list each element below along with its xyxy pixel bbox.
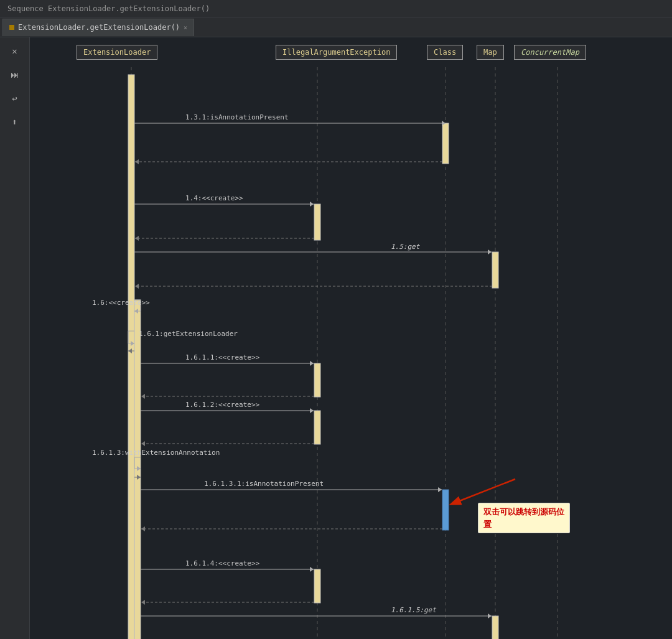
tab-bar: ExtensionLoader.getExtensionLoader() ×	[0, 17, 672, 37]
svg-marker-29	[135, 284, 139, 289]
lifeline-label: ExtensionLoader	[83, 48, 151, 57]
undo-icon[interactable]: ↩	[6, 90, 24, 107]
lifeline-label: Class	[434, 48, 456, 57]
svg-rect-8	[492, 252, 498, 288]
sequence-diagram-svg: 1.3.1:isAnnotationPresent 1.4:<<create>>…	[30, 37, 672, 639]
svg-text:1.6:<<create>>: 1.6:<<create>>	[92, 299, 150, 307]
svg-marker-60	[438, 487, 442, 492]
svg-marker-41	[128, 348, 132, 353]
svg-rect-6	[442, 123, 449, 164]
svg-rect-7	[314, 204, 320, 240]
lifeline-label: IllegalArgumentException	[282, 48, 390, 57]
svg-marker-43	[310, 361, 314, 366]
svg-marker-65	[310, 567, 314, 572]
step-over-icon[interactable]: ⏭	[6, 66, 24, 83]
svg-marker-24	[135, 236, 139, 241]
diagram-area: 1.3.1:isAnnotationPresent 1.4:<<create>>…	[30, 37, 672, 639]
lifeline-header-extension-loader[interactable]: ExtensionLoader	[77, 45, 157, 60]
annotation-box: 双击可以跳转到源码位置	[478, 503, 570, 533]
svg-marker-51	[141, 441, 145, 446]
svg-text:1.6.1:getExtensionLoader: 1.6.1:getExtensionLoader	[139, 330, 238, 338]
diagram-canvas: 1.3.1:isAnnotationPresent 1.4:<<create>>…	[30, 37, 672, 639]
title-bar: Sequence ExtensionLoader.getExtensionLoa…	[0, 0, 672, 17]
svg-text:1.5:get: 1.5:get	[391, 243, 421, 251]
svg-text:1.6.1.3.1:isAnnotationPresent: 1.6.1.3.1:isAnnotationPresent	[204, 480, 324, 488]
tab[interactable]: ExtensionLoader.getExtensionLoader() ×	[2, 19, 194, 36]
lifeline-header-illegal-arg[interactable]: IllegalArgumentException	[276, 45, 397, 60]
tab-close-button[interactable]: ×	[184, 24, 187, 31]
svg-marker-16	[442, 121, 446, 126]
lifeline-header-map[interactable]: Map	[477, 45, 504, 60]
svg-marker-48	[310, 408, 314, 413]
svg-rect-12	[442, 490, 449, 530]
export-icon[interactable]: ⬆	[6, 113, 24, 131]
svg-rect-13	[314, 569, 320, 603]
svg-text:1.6.1.5:get: 1.6.1.5:get	[391, 606, 437, 614]
svg-rect-14	[492, 616, 498, 639]
svg-marker-68	[141, 600, 145, 605]
svg-marker-55	[137, 466, 141, 471]
svg-marker-33	[134, 309, 138, 314]
lifeline-header-concurrent-map[interactable]: ConcurrentMap	[514, 45, 586, 60]
svg-rect-9	[134, 300, 141, 639]
svg-text:1.6.1.4:<<create>>: 1.6.1.4:<<create>>	[185, 559, 260, 567]
svg-text:1.6.1.3:withExtensionAnnotatio: 1.6.1.3:withExtensionAnnotation	[92, 449, 220, 457]
svg-rect-5	[128, 75, 134, 639]
svg-marker-21	[310, 202, 314, 207]
svg-marker-63	[141, 526, 145, 531]
tab-label: ExtensionLoader.getExtensionLoader()	[18, 23, 180, 32]
svg-marker-26	[488, 250, 492, 254]
lifeline-label: ConcurrentMap	[521, 48, 579, 57]
lifeline-header-class[interactable]: Class	[427, 45, 463, 60]
svg-rect-11	[314, 411, 320, 444]
svg-text:1.6.1.1:<<create>>: 1.6.1.1:<<create>>	[185, 353, 260, 361]
tab-icon	[9, 25, 14, 30]
svg-marker-58	[137, 475, 141, 480]
lifeline-label: Map	[483, 48, 497, 57]
svg-text:1.4:<<create>>: 1.4:<<create>>	[185, 194, 243, 202]
svg-text:1.6.1.2:<<create>>: 1.6.1.2:<<create>>	[185, 401, 260, 409]
svg-rect-10	[314, 363, 320, 397]
svg-marker-70	[488, 613, 492, 618]
title-text: Sequence ExtensionLoader.getExtensionLoa…	[7, 4, 210, 13]
close-icon[interactable]: ✕	[6, 42, 24, 60]
main-area: ✕ ⏭ ↩ ⬆	[0, 37, 672, 639]
svg-text:1.3.1:isAnnotationPresent: 1.3.1:isAnnotationPresent	[185, 113, 289, 121]
svg-marker-38	[131, 341, 134, 346]
svg-marker-46	[141, 394, 145, 399]
svg-marker-19	[135, 159, 139, 164]
sidebar: ✕ ⏭ ↩ ⬆	[0, 37, 30, 639]
